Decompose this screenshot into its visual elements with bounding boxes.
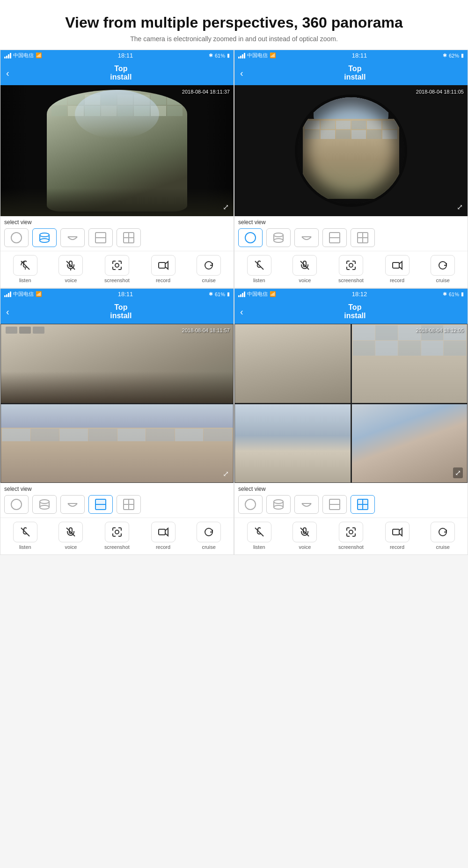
carrier-1: 中国电信 (13, 52, 34, 59)
cruise-icon-3 (197, 522, 221, 542)
view-btn-cylinder-4[interactable] (266, 495, 291, 514)
view-btn-split4-3[interactable] (117, 495, 141, 514)
view-btn-split4-1[interactable] (117, 228, 141, 247)
svg-point-4 (40, 239, 49, 242)
bluetooth-icon-1: ✱ (209, 52, 213, 58)
time-2: 18:11 (352, 52, 367, 59)
nav-title-1: Topinstall (14, 65, 228, 81)
phone-panel-2: 中国电信 📶 18:11 ✱ 62% ▮ ‹ Topinstall 2018-0… (234, 50, 468, 288)
expand-icon-3[interactable]: ⤢ (223, 469, 229, 478)
battery-icon-4: ▮ (461, 291, 464, 297)
cruise-btn-1[interactable]: cruise (197, 255, 221, 283)
nav-bar-2: ‹ Topinstall (234, 61, 468, 85)
view-btn-circle-2[interactable] (238, 228, 263, 247)
camera-view-4: 2018-08-04 18:12:05 (234, 324, 468, 483)
phone-panel-3: 中国电信 📶 18:11 ✱ 61% ▮ ‹ Topinstall 2018-0… (0, 288, 234, 555)
view-btn-split4-2[interactable] (351, 228, 375, 247)
voice-label-3: voice (65, 544, 77, 550)
listen-label-2: listen (253, 277, 265, 283)
screenshot-label-3: screenshot (104, 544, 130, 550)
back-button-4[interactable]: ‹ (240, 306, 243, 317)
listen-btn-1[interactable]: listen (13, 255, 37, 283)
timestamp-1: 2018-08-04 18:11:37 (182, 89, 230, 95)
cruise-btn-2[interactable]: cruise (431, 255, 455, 283)
view-btn-split2-2[interactable] (322, 228, 347, 247)
screenshot-label-1: screenshot (104, 277, 130, 283)
voice-btn-1[interactable]: voice (58, 255, 83, 283)
wifi-icon-2: 📶 (270, 52, 276, 58)
expand-icon-4[interactable]: ⤢ (453, 467, 463, 478)
cruise-label-4: cruise (436, 544, 449, 550)
status-right-1: ✱ 61% ▮ (209, 52, 230, 58)
back-button-1[interactable]: ‹ (6, 68, 9, 79)
controls-4: listen voice screenshot record (234, 518, 468, 554)
timestamp-2: 2018-08-04 18:11:05 (416, 89, 464, 95)
carrier-3: 中国电信 (13, 291, 34, 298)
view-btn-bowl-2[interactable] (294, 228, 319, 247)
view-btn-cylinder-3[interactable] (32, 495, 57, 514)
listen-btn-4[interactable]: listen (247, 522, 271, 550)
screenshot-icon-2 (339, 255, 363, 276)
cruise-label-1: cruise (202, 277, 215, 283)
view-btn-bowl-4[interactable] (294, 495, 319, 514)
cruise-btn-3[interactable]: cruise (197, 522, 221, 550)
screenshot-btn-2[interactable]: screenshot (338, 255, 364, 283)
view-label-3: select view (4, 486, 230, 492)
screenshot-icon-1 (105, 255, 129, 276)
svg-point-18 (245, 233, 256, 243)
wifi-icon-4: 📶 (270, 291, 276, 297)
voice-btn-2[interactable]: voice (292, 255, 317, 283)
voice-label-4: voice (299, 544, 311, 550)
cruise-icon-1 (197, 255, 221, 276)
split-pane-4-br (351, 404, 468, 483)
screenshot-btn-1[interactable]: screenshot (104, 255, 130, 283)
listen-icon-1 (13, 255, 37, 276)
page-header: View from multiple perspectives, 360 pan… (0, 0, 468, 50)
signal-icon-4 (238, 292, 245, 297)
cruise-btn-4[interactable]: cruise (431, 522, 455, 550)
view-selector-1: select view (0, 216, 234, 251)
voice-icon-4 (292, 522, 317, 542)
view-btn-split2-1[interactable] (88, 228, 113, 247)
view-btn-split4-4[interactable] (351, 495, 375, 514)
status-bar-1: 中国电信 📶 18:11 ✱ 61% ▮ (0, 50, 234, 61)
view-label-2: select view (238, 219, 464, 226)
nav-title-4: Topinstall (248, 303, 462, 320)
view-btn-bowl-3[interactable] (60, 495, 85, 514)
time-4: 18:12 (352, 291, 367, 298)
status-left-2: 中国电信 📶 (238, 52, 276, 59)
view-btn-bowl-1[interactable] (60, 228, 85, 247)
record-btn-3[interactable]: record (151, 522, 176, 550)
back-button-3[interactable]: ‹ (6, 306, 9, 317)
view-btn-cylinder-2[interactable] (266, 228, 291, 247)
screenshot-icon-3 (105, 522, 129, 542)
view-btn-circle-1[interactable] (4, 228, 29, 247)
listen-btn-2[interactable]: listen (247, 255, 271, 283)
view-btn-split2-4[interactable] (322, 495, 347, 514)
voice-btn-4[interactable]: voice (292, 522, 317, 550)
view-label-1: select view (4, 219, 230, 226)
camera-view-1: 2018-08-04 18:11:37 (0, 85, 234, 216)
voice-btn-3[interactable]: voice (58, 522, 83, 550)
record-icon-3 (151, 522, 176, 542)
controls-2: listen voice screenshot record (234, 251, 468, 288)
record-btn-2[interactable]: record (385, 255, 410, 283)
record-icon-4 (385, 522, 410, 542)
svg-point-35 (11, 499, 22, 510)
view-btn-circle-3[interactable] (4, 495, 29, 514)
view-btn-circle-4[interactable] (238, 495, 263, 514)
listen-btn-3[interactable]: listen (13, 522, 37, 550)
record-btn-1[interactable]: record (151, 255, 176, 283)
screenshot-btn-3[interactable]: screenshot (104, 522, 130, 550)
expand-icon-1[interactable]: ⤢ (223, 203, 229, 212)
controls-3: listen voice screenshot record (0, 518, 234, 554)
screenshot-btn-4[interactable]: screenshot (338, 522, 364, 550)
view-btn-split2-3[interactable] (88, 495, 113, 514)
phone-panel-1: 中国电信 📶 18:11 ✱ 61% ▮ ‹ Topinstall 2018-0… (0, 50, 234, 288)
view-btn-cylinder-1[interactable] (32, 228, 57, 247)
signal-icon-2 (238, 53, 245, 58)
expand-icon-2[interactable]: ⤢ (457, 203, 463, 212)
record-btn-4[interactable]: record (385, 522, 410, 550)
back-button-2[interactable]: ‹ (240, 68, 243, 79)
status-left-3: 中国电信 📶 (4, 291, 42, 298)
